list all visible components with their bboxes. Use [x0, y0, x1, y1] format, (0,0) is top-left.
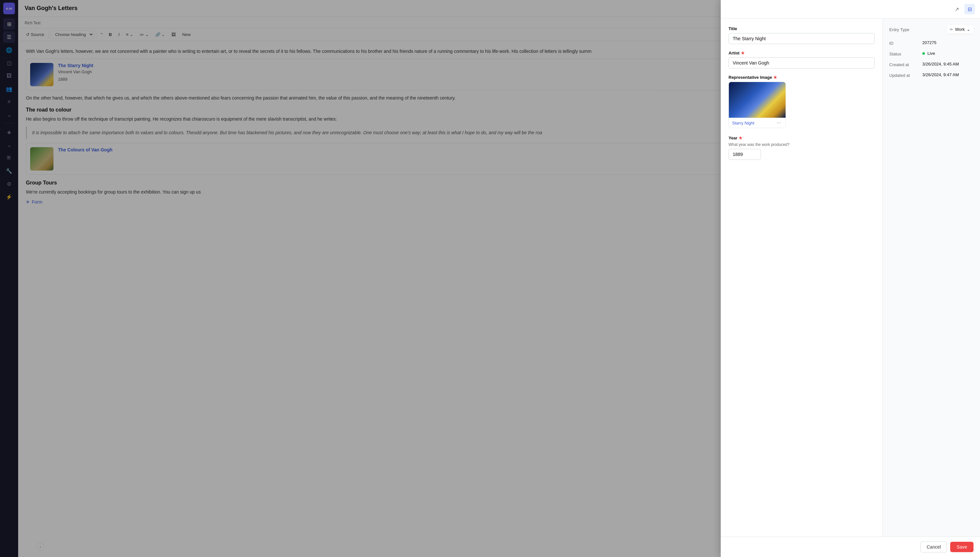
modal-form: Title Artist ★ Representative Image ★: [721, 18, 883, 537]
year-hint: What year was the work produced?: [728, 142, 875, 147]
created-row: Created at 3/26/2024, 9:45 AM: [889, 62, 973, 67]
created-value: 3/26/2024, 9:45 AM: [922, 62, 973, 67]
status-row: Status Live: [889, 51, 973, 56]
updated-row: Updated at 3/26/2024, 9:47 AM: [889, 72, 973, 78]
year-input[interactable]: [728, 149, 761, 160]
year-field-group: Year ★ What year was the work produced?: [728, 135, 875, 160]
updated-label: Updated at: [889, 72, 918, 78]
entry-type-select[interactable]: ✏ Work ⌄: [947, 25, 973, 34]
image-required-star: ★: [773, 75, 777, 80]
external-link-button[interactable]: ↗: [951, 4, 962, 14]
chevron-down-icon: ⌄: [967, 27, 970, 32]
panel-toggle-button[interactable]: ⊟: [964, 4, 975, 14]
created-label: Created at: [889, 62, 918, 67]
status-dot: [922, 52, 925, 55]
entry-type-row: Entry Type ✏ Work ⌄: [889, 25, 973, 34]
image-preview-container: Starry Night ···: [728, 82, 786, 128]
artist-input[interactable]: [728, 57, 875, 68]
cancel-button[interactable]: Cancel: [920, 541, 947, 552]
image-filename-link[interactable]: Starry Night: [732, 121, 754, 125]
modal-header: ↗ ⊟: [721, 0, 980, 18]
title-label: Title: [728, 26, 875, 31]
image-more-button[interactable]: ···: [775, 120, 782, 126]
status-label: Status: [889, 51, 918, 56]
status-value: Live: [922, 51, 973, 56]
modal-footer: Cancel Save: [721, 537, 980, 557]
id-row: ID 207275: [889, 40, 973, 46]
year-required-star: ★: [739, 135, 743, 140]
artist-label: Artist ★: [728, 50, 875, 55]
modal-meta: Entry Type ✏ Work ⌄ ID 207275 Status Liv…: [883, 18, 980, 537]
entry-type-value: Work: [955, 27, 965, 32]
artist-field-group: Artist ★: [728, 50, 875, 68]
artist-required-star: ★: [741, 50, 745, 55]
image-field-group: Representative Image ★ Starry Night ···: [728, 75, 875, 129]
title-field-group: Title: [728, 26, 875, 44]
pencil-icon: ✏: [950, 27, 953, 32]
title-input[interactable]: [728, 33, 875, 44]
modal-body: Title Artist ★ Representative Image ★: [721, 18, 980, 537]
modal: ↗ ⊟ Title Artist ★ Representative: [721, 0, 980, 557]
id-value: 207275: [922, 40, 973, 45]
image-filename-row: Starry Night ···: [729, 118, 785, 128]
id-label: ID: [889, 40, 918, 46]
image-label: Representative Image ★: [728, 75, 875, 80]
image-preview: [729, 82, 785, 118]
year-label: Year ★: [728, 135, 875, 140]
entry-type-label: Entry Type: [889, 26, 918, 32]
updated-value: 3/26/2024, 9:47 AM: [922, 72, 973, 77]
save-button[interactable]: Save: [950, 542, 973, 552]
